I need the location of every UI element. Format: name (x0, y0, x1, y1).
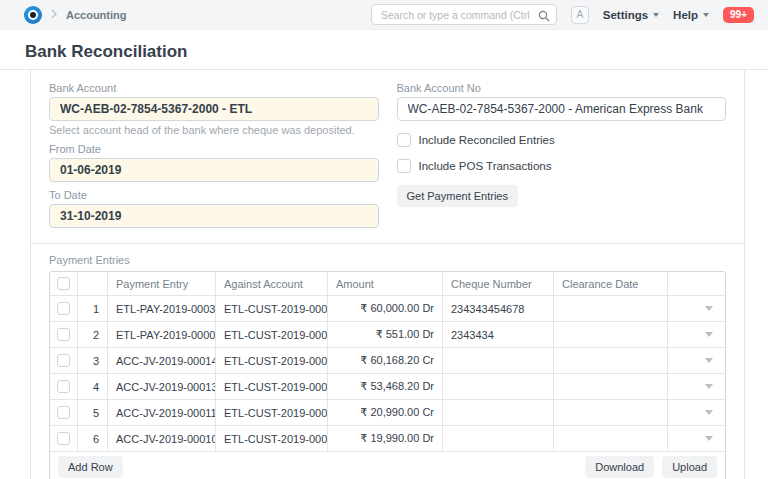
chevron-down-icon (653, 13, 659, 17)
against-account-cell[interactable]: ETL-CUST-2019-00005 (216, 322, 328, 347)
to-date-label: To Date (49, 189, 379, 202)
chevron-down-icon (705, 410, 713, 415)
navbar: Accounting A Settings Help 99+ (0, 0, 768, 30)
payment-entry-cell[interactable]: ACC-JV-2019-00010 (108, 426, 216, 451)
table-row: 2 ETL-PAY-2019-00008-1 ETL-CUST-2019-000… (50, 322, 725, 348)
cheque-number-header: Cheque Number (443, 272, 554, 295)
cheque-number-cell[interactable] (443, 374, 554, 399)
row-checkbox[interactable] (57, 406, 70, 419)
row-check-cell[interactable] (50, 426, 78, 451)
chevron-down-icon (705, 436, 713, 441)
settings-menu[interactable]: Settings (603, 9, 659, 21)
from-date-field[interactable] (49, 158, 379, 182)
row-index: 2 (78, 322, 108, 347)
clearance-date-cell[interactable] (554, 322, 668, 347)
amount-cell[interactable]: ₹ 20,990.00 Cr (328, 400, 443, 425)
row-expand-cell[interactable] (668, 322, 725, 347)
amount-cell[interactable]: ₹ 19,990.00 Dr (328, 426, 443, 451)
cheque-number-cell[interactable] (443, 400, 554, 425)
payment-entry-cell[interactable]: ACC-JV-2019-00013 (108, 374, 216, 399)
to-date-field[interactable] (49, 204, 379, 228)
row-expand-cell[interactable] (668, 400, 725, 425)
chevron-down-icon (705, 358, 713, 363)
against-account-cell[interactable]: ETL-CUST-2019-00001, S... (216, 348, 328, 373)
help-menu[interactable]: Help (673, 9, 709, 21)
clearance-date-cell[interactable] (554, 348, 668, 373)
row-check-cell[interactable] (50, 296, 78, 321)
breadcrumb[interactable]: Accounting (66, 9, 127, 21)
search-icon[interactable] (538, 8, 550, 26)
cheque-number-cell[interactable] (443, 348, 554, 373)
cheque-number-cell[interactable]: 234343454678 (443, 296, 554, 321)
bank-account-field[interactable] (49, 97, 379, 121)
clearance-date-cell[interactable] (554, 400, 668, 425)
against-account-cell[interactable]: ETL-CUST-2019-00002, S... (216, 400, 328, 425)
from-date-label: From Date (49, 143, 379, 156)
clearance-date-cell[interactable] (554, 374, 668, 399)
against-account-cell[interactable]: ETL-CUST-2019-00001, S... (216, 374, 328, 399)
row-check-cell[interactable] (50, 348, 78, 373)
payment-entries-section-label: Payment Entries (49, 254, 726, 266)
payment-entry-cell[interactable]: ACC-JV-2019-00014 (108, 348, 216, 373)
upload-button[interactable]: Upload (662, 456, 717, 478)
include-pos-transactions-option[interactable]: Include POS Transactions (397, 159, 727, 173)
search-input[interactable] (371, 4, 557, 25)
payment-entry-cell[interactable]: ACC-JV-2019-00011 (108, 400, 216, 425)
payment-entry-cell[interactable]: ETL-PAY-2019-00008-1 (108, 322, 216, 347)
grid-footer: Add Row Download Upload (50, 452, 725, 479)
chevron-down-icon (703, 13, 709, 17)
amount-cell[interactable]: ₹ 551.00 Dr (328, 322, 443, 347)
row-checkbox[interactable] (57, 432, 70, 445)
row-expand-cell[interactable] (668, 426, 725, 451)
include-pos-transactions-checkbox[interactable] (397, 159, 411, 173)
grid-header-row: Payment Entry Against Account Amount Che… (50, 272, 725, 296)
select-all-checkbox[interactable] (57, 277, 70, 290)
against-account-cell[interactable]: ETL-CUST-2019-00003 (216, 296, 328, 321)
bank-account-no-field[interactable] (397, 97, 727, 121)
payment-entry-header: Payment Entry (108, 272, 216, 295)
download-button[interactable]: Download (585, 456, 654, 478)
add-row-button[interactable]: Add Row (58, 456, 123, 478)
table-row: 3 ACC-JV-2019-00014 ETL-CUST-2019-00001,… (50, 348, 725, 374)
row-index: 4 (78, 374, 108, 399)
row-expand-cell[interactable] (668, 374, 725, 399)
clearance-date-header: Clearance Date (554, 272, 668, 295)
breadcrumb-separator-icon (50, 9, 58, 21)
include-reconciled-entries-label: Include Reconciled Entries (419, 134, 555, 146)
row-index: 1 (78, 296, 108, 321)
chevron-down-icon (705, 332, 713, 337)
row-check-cell[interactable] (50, 322, 78, 347)
amount-cell[interactable]: ₹ 60,168.20 Cr (328, 348, 443, 373)
include-reconciled-entries-option[interactable]: Include Reconciled Entries (397, 133, 727, 147)
against-account-cell[interactable]: ETL-CUST-2019-00002, S... (216, 426, 328, 451)
row-checkbox[interactable] (57, 380, 70, 393)
settings-label: Settings (603, 9, 648, 21)
row-check-cell[interactable] (50, 374, 78, 399)
cheque-number-cell[interactable] (443, 426, 554, 451)
row-checkbox[interactable] (57, 328, 70, 341)
select-all-cell[interactable] (50, 272, 78, 295)
index-header (78, 272, 108, 295)
app-logo-icon[interactable] (24, 6, 42, 24)
payment-entry-cell[interactable]: ETL-PAY-2019-00031 (108, 296, 216, 321)
amount-cell[interactable]: ₹ 53,468.20 Dr (328, 374, 443, 399)
against-account-header: Against Account (216, 272, 328, 295)
row-checkbox[interactable] (57, 302, 70, 315)
form-area: Bank Account Select account head of the … (0, 69, 768, 479)
global-search (371, 4, 557, 25)
row-expand-cell[interactable] (668, 348, 725, 373)
table-row: 4 ACC-JV-2019-00013 ETL-CUST-2019-00001,… (50, 374, 725, 400)
amount-cell[interactable]: ₹ 60,000.00 Dr (328, 296, 443, 321)
clearance-date-cell[interactable] (554, 296, 668, 321)
row-check-cell[interactable] (50, 400, 78, 425)
get-payment-entries-button[interactable]: Get Payment Entries (397, 185, 519, 207)
row-expand-cell[interactable] (668, 296, 725, 321)
avatar[interactable]: A (571, 6, 589, 24)
cheque-number-cell[interactable]: 2343434 (443, 322, 554, 347)
bank-account-no-label: Bank Account No (397, 82, 727, 95)
chevron-down-icon (705, 306, 713, 311)
notification-badge[interactable]: 99+ (723, 7, 754, 23)
include-reconciled-entries-checkbox[interactable] (397, 133, 411, 147)
clearance-date-cell[interactable] (554, 426, 668, 451)
row-checkbox[interactable] (57, 354, 70, 367)
